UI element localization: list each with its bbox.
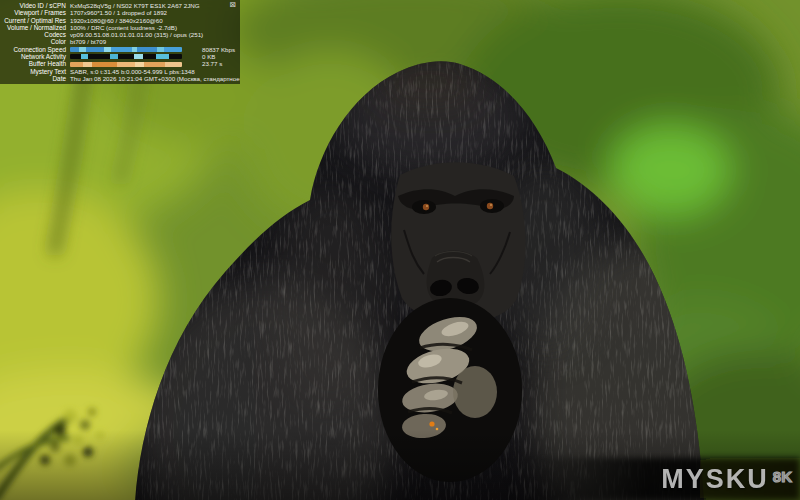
stat-label: Viewport / Frames <box>0 9 66 16</box>
video-player[interactable]: ⊠ Video ID / sCPN KxMqS28qV5g / NS02 K79… <box>0 0 800 500</box>
watermark: MYSKU 8K <box>661 466 792 493</box>
stat-row-buffer-health: Buffer Health 23.77 s <box>0 60 236 67</box>
stat-label: Buffer Health <box>0 60 66 67</box>
stat-value: KxMqS28qV5g / NS02 K79T ES1K 2A67 2JNG <box>70 2 200 9</box>
stat-row-date: Date Thu Jan 08 2026 10:21:04 GMT+0300 (… <box>0 75 236 82</box>
stat-value: 80837 Kbps <box>202 46 235 53</box>
stat-label: Codecs <box>0 31 66 38</box>
watermark-quality-badge: 8K <box>773 469 792 484</box>
stats-for-nerds-panel: ⊠ Video ID / sCPN KxMqS28qV5g / NS02 K79… <box>0 0 240 84</box>
stat-label: Network Activity <box>0 53 66 60</box>
stat-row-volume: Volume / Normalized 100% / DRC (content … <box>0 24 236 31</box>
stat-row-resolution: Current / Optimal Res 1920x1080@60 / 384… <box>0 17 236 24</box>
stat-value: Thu Jan 08 2026 10:21:04 GMT+0300 (Москв… <box>70 75 240 82</box>
stat-row-network-activity: Network Activity 0 KB <box>0 53 236 60</box>
stat-label: Volume / Normalized <box>0 24 66 31</box>
stat-row-viewport: Viewport / Frames 1707x960*1.50 / 1 drop… <box>0 9 236 16</box>
stat-row-color: Color bt709 / bt709 <box>0 38 236 45</box>
stat-value: SABR, s:0 t:31.45 b:0.000-54.999 L pbs:1… <box>70 68 195 75</box>
stat-value: bt709 / bt709 <box>70 38 106 45</box>
connection-speed-meter <box>70 47 182 52</box>
stat-value: 1920x1080@60 / 3840x2160@60 <box>70 17 163 24</box>
stat-label: Current / Optimal Res <box>0 17 66 24</box>
stat-value: 1707x960*1.50 / 1 dropped of 1892 <box>70 9 167 16</box>
stat-row-mystery-text: Mystery Text SABR, s:0 t:31.45 b:0.000-5… <box>0 68 236 75</box>
stat-row-codecs: Codecs vp09.00.51.08.01.01.01.01.00 (315… <box>0 31 236 38</box>
stat-label: Color <box>0 38 66 45</box>
stat-row-connection-speed: Connection Speed 80837 Kbps <box>0 46 236 53</box>
stat-label: Date <box>0 75 66 82</box>
watermark-brand: MYSKU <box>661 466 769 493</box>
stat-row-video-id: Video ID / sCPN KxMqS28qV5g / NS02 K79T … <box>0 2 236 9</box>
stat-value: 100% / DRC (content loudness -2.7dB) <box>70 24 177 31</box>
stat-label: Video ID / sCPN <box>0 2 66 9</box>
stat-value: vp09.00.51.08.01.01.01.01.00 (315) / opu… <box>70 31 203 38</box>
buffer-health-meter <box>70 62 182 67</box>
stat-value: 0 KB <box>202 53 215 60</box>
close-icon[interactable]: ⊠ <box>230 1 236 9</box>
stat-label: Connection Speed <box>0 46 66 53</box>
stat-label: Mystery Text <box>0 68 66 75</box>
stat-value: 23.77 s <box>202 60 222 67</box>
network-activity-meter <box>70 54 182 59</box>
